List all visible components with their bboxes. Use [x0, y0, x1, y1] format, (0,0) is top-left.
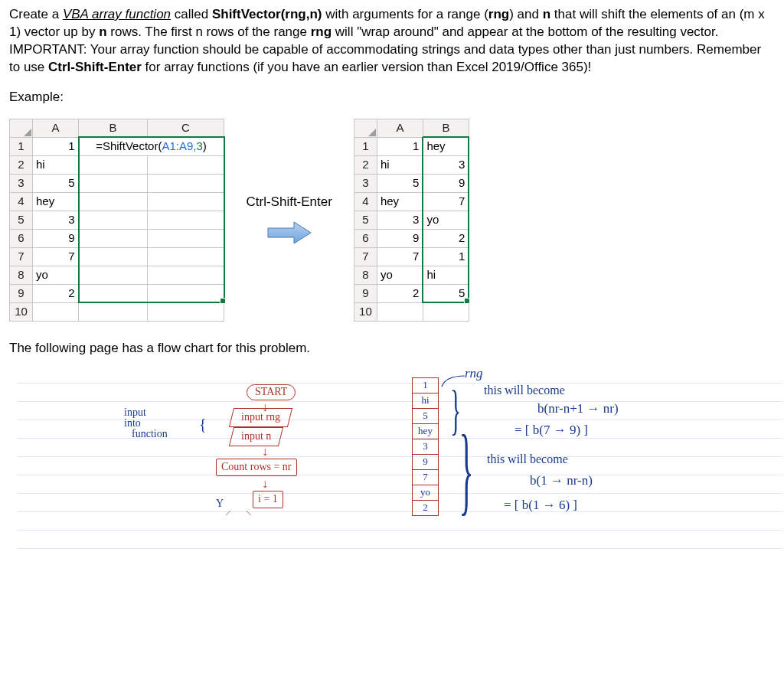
cell: yo — [413, 485, 439, 500]
col-header-a[interactable]: A — [377, 119, 423, 137]
cell[interactable] — [148, 211, 224, 229]
cell[interactable] — [79, 229, 148, 247]
arg-n: n — [543, 7, 550, 21]
cell[interactable] — [148, 155, 224, 174]
row-header[interactable]: 4 — [354, 192, 377, 211]
cell[interactable]: 2 — [33, 284, 79, 302]
cell[interactable]: hi — [33, 155, 79, 174]
row-header[interactable]: 3 — [354, 174, 377, 192]
cell[interactable] — [33, 302, 79, 321]
row-header[interactable]: 6 — [354, 229, 377, 247]
cell[interactable] — [79, 302, 148, 321]
cell[interactable]: yo — [423, 211, 469, 229]
col-header-a[interactable]: A — [33, 119, 79, 137]
cell[interactable]: 2 — [377, 284, 423, 302]
rng-vector: 1 hi 5 hey 3 9 7 yo 2 — [412, 377, 439, 516]
flow-i-eq-1: i = 1 — [253, 491, 283, 508]
cell[interactable]: 1 — [377, 137, 423, 155]
cell[interactable] — [79, 247, 148, 266]
cell[interactable]: hey — [33, 192, 79, 211]
arg-rng-2: rng — [311, 24, 332, 39]
text: Create a — [9, 7, 63, 21]
row-header[interactable]: 3 — [10, 174, 33, 192]
cell[interactable] — [148, 247, 224, 266]
cell[interactable]: 1 — [33, 137, 79, 155]
cell[interactable]: 9 — [423, 174, 469, 192]
arrow-down-icon: ↓ — [262, 443, 268, 460]
note-top-3: = [ b(7 → 9) ] — [514, 422, 588, 439]
cell[interactable] — [423, 302, 469, 321]
cell[interactable] — [148, 284, 224, 302]
cell: 5 — [413, 408, 439, 423]
cell[interactable] — [148, 192, 224, 211]
arg-n-2: n — [99, 24, 106, 39]
cell[interactable]: 5 — [423, 284, 469, 302]
row-header[interactable]: 7 — [10, 247, 33, 266]
row-header[interactable]: 9 — [10, 284, 33, 302]
row-header[interactable]: 6 — [10, 229, 33, 247]
cell[interactable] — [148, 229, 224, 247]
row-header[interactable]: 8 — [10, 266, 33, 284]
row-header[interactable]: 5 — [10, 211, 33, 229]
transition-arrow-block: Ctrl-Shift-Enter — [247, 194, 332, 247]
col-header-c[interactable]: C — [148, 119, 224, 137]
cell[interactable]: 5 — [33, 174, 79, 192]
row-header[interactable]: 2 — [10, 155, 33, 174]
select-all-corner[interactable] — [354, 119, 377, 137]
handwriting-input-into: inputintofunction — [124, 407, 168, 439]
ctrl-shift-enter-label: Ctrl-Shift-Enter — [247, 194, 332, 211]
cell[interactable]: yo — [33, 266, 79, 284]
row-header[interactable]: 8 — [354, 266, 377, 284]
cell[interactable] — [79, 266, 148, 284]
cell[interactable] — [148, 174, 224, 192]
example-label: Example: — [9, 89, 775, 106]
row-header[interactable]: 5 — [354, 211, 377, 229]
row-header[interactable]: 10 — [354, 302, 377, 321]
cell[interactable] — [79, 211, 148, 229]
cell[interactable]: 9 — [377, 229, 423, 247]
cell[interactable]: 7 — [423, 192, 469, 211]
cell[interactable]: 2 — [423, 229, 469, 247]
cell[interactable]: 7 — [33, 247, 79, 266]
row-header[interactable]: 1 — [354, 137, 377, 155]
cell[interactable]: 7 — [377, 247, 423, 266]
cell[interactable] — [79, 192, 148, 211]
cell[interactable]: 3 — [423, 155, 469, 174]
formula-eq: =ShiftVector( — [96, 139, 162, 152]
cell[interactable] — [79, 155, 148, 174]
cell[interactable]: hi — [377, 155, 423, 174]
cell[interactable]: hey — [423, 137, 469, 155]
note-bottom-3: = [ b(1 → 6) ] — [504, 497, 577, 514]
row-header[interactable]: 10 — [10, 302, 33, 321]
cell[interactable]: yo — [377, 266, 423, 284]
cell[interactable]: 5 — [377, 174, 423, 192]
row-header[interactable]: 1 — [10, 137, 33, 155]
formula-cell[interactable]: =ShiftVector(A1:A9,3) — [79, 137, 224, 155]
text: for array functions (if you have an earl… — [142, 60, 591, 74]
cell[interactable] — [79, 284, 148, 302]
row-header[interactable]: 7 — [354, 247, 377, 266]
spreadsheet-after: A B 11hey 2hi3 359 4hey7 53yo 692 771 8y… — [354, 119, 470, 322]
arrow-right-icon — [266, 219, 312, 247]
cell[interactable] — [148, 266, 224, 284]
row-header[interactable]: 9 — [354, 284, 377, 302]
cell[interactable]: 3 — [377, 211, 423, 229]
row-header[interactable]: 2 — [354, 155, 377, 174]
brace-bottom-icon: } — [459, 425, 474, 514]
note-bottom-2: b(1 → nr-n) — [530, 472, 593, 490]
cell[interactable]: 9 — [33, 229, 79, 247]
col-header-b[interactable]: B — [79, 119, 148, 137]
cell[interactable]: 1 — [423, 247, 469, 266]
cell: hi — [413, 393, 439, 408]
formula-ref: A1:A9 — [162, 139, 193, 152]
cell[interactable]: 3 — [33, 211, 79, 229]
cell[interactable] — [148, 302, 224, 321]
cell[interactable]: hi — [423, 266, 469, 284]
text: called — [171, 7, 212, 21]
cell[interactable] — [79, 174, 148, 192]
cell[interactable] — [377, 302, 423, 321]
cell[interactable]: hey — [377, 192, 423, 211]
row-header[interactable]: 4 — [10, 192, 33, 211]
select-all-corner[interactable] — [10, 119, 33, 137]
col-header-b[interactable]: B — [423, 119, 469, 137]
